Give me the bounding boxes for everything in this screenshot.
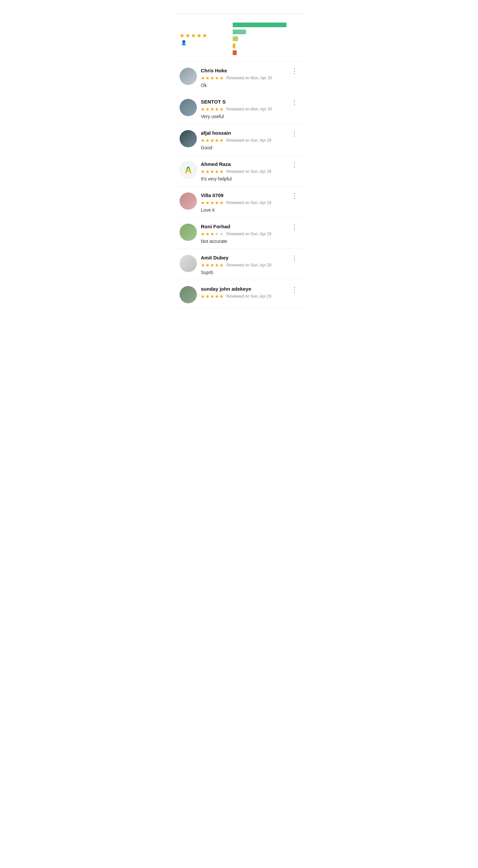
review-text: It's very helpful: [201, 176, 298, 182]
review-star: ★: [219, 200, 224, 206]
avatar: A: [180, 161, 197, 179]
star-1: ★: [180, 32, 185, 39]
review-star: ★: [201, 200, 205, 206]
rating-stars: ★ ★ ★ ★ ★: [180, 32, 207, 39]
person-icon: 👤: [181, 40, 186, 45]
review-meta: ★★★★★ Reviewed on Sun, Apr 29: [201, 231, 298, 237]
back-button[interactable]: [178, 6, 182, 9]
bar-row-5: [233, 22, 298, 28]
review-star: ★: [219, 75, 224, 81]
rating-left: ★ ★ ★ ★ ★ 👤: [180, 32, 226, 45]
avatar: [180, 99, 197, 116]
review-star: ★: [206, 200, 210, 206]
reviewer-name: Ahmed Raza: [201, 161, 231, 167]
review-text: Good: [201, 145, 298, 150]
more-options-button[interactable]: ⋮: [291, 68, 298, 74]
review-meta: ★★★★★ Reviewed on Sun, Apr 29: [201, 138, 298, 143]
review-star: ★: [201, 106, 205, 112]
review-star: ★: [215, 106, 219, 112]
more-options-button[interactable]: ⋮: [291, 192, 298, 199]
review-star: ★: [206, 106, 210, 112]
review-star: ★: [219, 106, 224, 112]
bar-row-1: [233, 50, 298, 55]
review-text: Ok: [201, 83, 298, 88]
review-date: Reviewed on Sun, Apr 29: [227, 231, 271, 236]
more-options-button[interactable]: ⋮: [291, 224, 298, 230]
review-star: ★: [210, 231, 214, 237]
review-item: Amit Dubey ⋮ ★★★★★ Reviewed on Sun, Apr …: [174, 249, 304, 280]
review-star: ★: [210, 106, 214, 112]
review-content: SENTOT S ⋮ ★★★★★ Reviewed on Mon, Apr 30…: [201, 99, 298, 119]
app-header: [174, 0, 304, 13]
more-options-button[interactable]: ⋮: [291, 255, 298, 261]
review-content: Chris Hoke ⋮ ★★★★★ Reviewed on Mon, Apr …: [201, 68, 298, 88]
bar-row-3: [233, 36, 298, 41]
review-star: ★: [219, 138, 224, 143]
review-text: Very useful: [201, 114, 298, 119]
more-options-button[interactable]: ⋮: [291, 99, 298, 105]
review-item: Chris Hoke ⋮ ★★★★★ Reviewed on Mon, Apr …: [174, 62, 304, 93]
review-meta: ★★★★★ Reviewed on Sun, Apr 29: [201, 293, 298, 299]
review-stars: ★★★★★: [201, 75, 224, 81]
review-star: ★: [206, 262, 210, 268]
bar-2: [233, 43, 235, 48]
review-header: Villa 0709 ⋮: [201, 192, 298, 199]
review-header: Ahmed Raza ⋮: [201, 161, 298, 168]
review-star: ★: [201, 231, 205, 237]
bar-4: [233, 30, 246, 34]
review-stars: ★★★★★: [201, 169, 224, 174]
review-star: ★: [215, 169, 219, 174]
review-meta: ★★★★★ Reviewed on Mon, Apr 30: [201, 106, 298, 112]
review-star: ★: [206, 138, 210, 143]
review-item: afjal hossain ⋮ ★★★★★ Reviewed on Sun, A…: [174, 124, 304, 155]
review-stars: ★★★★★: [201, 106, 224, 112]
bar-5: [233, 23, 287, 27]
more-options-button[interactable]: ⋮: [291, 286, 298, 293]
review-star: ★: [215, 262, 219, 268]
review-meta: ★★★★★ Reviewed on Mon, Apr 30: [201, 75, 298, 81]
review-stars: ★★★★★: [201, 293, 224, 299]
review-star: ★: [219, 169, 224, 174]
review-star: ★: [210, 200, 214, 206]
avatar: [180, 286, 197, 303]
review-header: sunday john adekeye ⋮: [201, 286, 298, 293]
review-star: ★: [206, 75, 210, 81]
review-date: Reviewed on Mon, Apr 30: [227, 76, 272, 80]
review-stars: ★★★★★: [201, 138, 224, 143]
more-options-button[interactable]: ⋮: [291, 161, 298, 168]
star-3: ★: [191, 32, 196, 39]
star-5: ★: [202, 32, 207, 39]
review-star: ★: [219, 293, 224, 299]
review-content: Amit Dubey ⋮ ★★★★★ Reviewed on Sun, Apr …: [201, 255, 298, 275]
review-star: ★: [219, 231, 224, 237]
review-meta: ★★★★★ Reviewed on Sun, Apr 29: [201, 262, 298, 268]
review-star: ★: [201, 262, 205, 268]
review-stars: ★★★★★: [201, 231, 224, 237]
rating-summary: ★ ★ ★ ★ ★ 👤: [174, 13, 304, 62]
bar-3: [233, 36, 238, 41]
review-text: Love it: [201, 207, 298, 213]
bar-1: [233, 51, 237, 55]
reviewer-name: sunday john adekeye: [201, 286, 251, 292]
review-star: ★: [201, 169, 205, 174]
review-header: Roni Forhad ⋮: [201, 224, 298, 230]
review-header: Amit Dubey ⋮: [201, 255, 298, 261]
review-content: sunday john adekeye ⋮ ★★★★★ Reviewed on …: [201, 286, 298, 303]
reviewer-name: Villa 0709: [201, 192, 223, 198]
bar-row-4: [233, 29, 298, 34]
review-date: Reviewed on Sun, Apr 29: [227, 138, 271, 143]
review-star: ★: [215, 293, 219, 299]
review-meta: ★★★★★ Reviewed on Sun, Apr 29: [201, 169, 298, 174]
review-star: ★: [219, 262, 224, 268]
avatar: [180, 192, 197, 210]
review-star: ★: [215, 75, 219, 81]
review-text: Suprb: [201, 270, 298, 275]
more-options-button[interactable]: ⋮: [291, 130, 298, 137]
review-item: sunday john adekeye ⋮ ★★★★★ Reviewed on …: [174, 280, 304, 308]
star-4: ★: [197, 32, 202, 39]
review-date: Reviewed on Sun, Apr 29: [227, 200, 271, 205]
review-star: ★: [201, 75, 205, 81]
review-star: ★: [206, 169, 210, 174]
review-text: Not accurate: [201, 239, 298, 244]
review-star: ★: [215, 200, 219, 206]
